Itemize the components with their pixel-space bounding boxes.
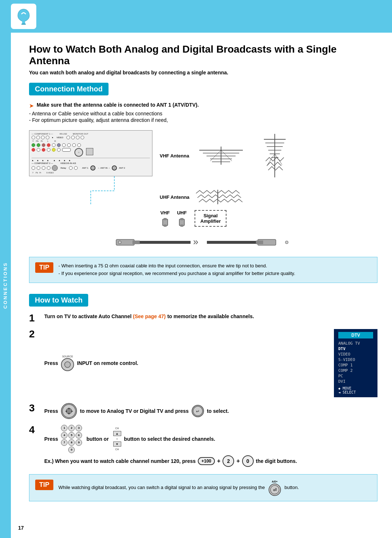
step-4-inline: Press 1 2 3 4 5 6 7 8 9 0 [44, 425, 377, 453]
step-2-desc: Press SOURCE INPUT on remote control. [44, 329, 377, 397]
svg-point-36 [118, 241, 121, 244]
step-2: 2 Press SOURCE INPUT on remote control. [29, 329, 377, 397]
step-3-inline: Press ▲ ▼ ◄ ► to move to Analog TV or Di… [44, 403, 377, 419]
tip2-box: TIP While watching digital broadcast, yo… [29, 474, 377, 501]
vhf-connector-icon [160, 217, 171, 228]
svg-point-37 [285, 241, 288, 244]
step-4-button-or: button or [86, 436, 109, 442]
main-content: How to Watch Both Analog and Digital Bro… [11, 33, 392, 523]
page-title: How to Watch Both Analog and Digital Bro… [29, 44, 377, 67]
num-2-button: 2 [222, 455, 234, 467]
svg-rect-35 [256, 241, 263, 244]
key-6: 6 [75, 432, 82, 439]
svg-line-11 [221, 150, 232, 161]
dtv-menu-comp1: COMP 1 [338, 362, 373, 368]
step-3-press: Press [44, 408, 58, 414]
svg-rect-27 [180, 218, 183, 220]
dtv-menu-pc: PC [338, 373, 373, 379]
step-1-text1: Turn on TV to activate Auto Channel [44, 313, 133, 319]
vhf-antenna-svg [192, 147, 250, 165]
svg-text:►: ► [71, 410, 74, 413]
nav-button-icon: ▲ ▼ ◄ ► [61, 403, 77, 419]
coax-diagram: » [29, 235, 377, 250]
plus-sign-2: + [236, 458, 240, 464]
page-number: 17 [18, 525, 24, 531]
page-subtitle: You can watch both analog and digital br… [29, 70, 377, 75]
plus-sign-1: + [217, 458, 220, 464]
svg-text:▲: ▲ [68, 407, 70, 410]
uhf-antenna-label: UHF Antenna [160, 194, 189, 200]
bullet-sub-1: - Antenna or Cable service without a cab… [29, 111, 377, 116]
dtv-menu-comp2: COMP 2 [338, 368, 373, 373]
how-to-watch-section: How to Watch 1 Turn on TV to activate Au… [29, 294, 377, 467]
uhf-connector-icon [176, 217, 187, 228]
numpad-icon: 1 2 3 4 5 6 7 8 9 0 [61, 425, 82, 453]
step-1-link: (See page 47) [133, 313, 166, 319]
step-3-select: to select. [207, 408, 229, 414]
step-3: 3 Press ▲ ▼ ◄ ► to [29, 403, 377, 419]
svg-text:▼: ▼ [68, 412, 70, 415]
bottom-tip-row: While watching digital broadcast, you ca… [58, 480, 299, 496]
dtv-menu-svideo: 5-VIDEO [338, 357, 373, 362]
source-button-icon [61, 358, 74, 371]
tip2-label: TIP [35, 480, 53, 490]
tv-panel: — COMPONENT 1 — RS-232 MONITOR OUT ● VID… [29, 130, 152, 176]
arrow-icon: ➤ [29, 102, 34, 109]
how-to-watch-label: How to Watch [35, 296, 82, 304]
connection-method-header: Connection Method [29, 83, 109, 95]
svg-text:◄: ◄ [65, 410, 68, 413]
ad-plus-button-icon: ⏎ [269, 484, 281, 496]
step-2-inline: Press SOURCE INPUT on remote control. [44, 329, 377, 397]
sidebar: CONNECTIONS [0, 33, 11, 538]
tip1-label: TIP [35, 262, 53, 273]
svg-line-12 [210, 150, 221, 161]
step-4-desc: Press 1 2 3 4 5 6 7 8 9 0 [44, 425, 377, 467]
step-4-num: 4 [29, 425, 40, 435]
ch-button-icon: CH ▲ • ▼ CH [113, 427, 121, 451]
sidebar-label: CONNECTIONS [3, 262, 8, 309]
source-label: SOURCE [62, 355, 73, 358]
ch-up-key: ▲ [113, 431, 121, 436]
dtv-menu-dvi: DVI [338, 379, 373, 384]
svg-text:»: » [193, 236, 198, 247]
step-1-desc: Turn on TV to activate Auto Channel (See… [44, 313, 377, 320]
key-3: 3 [75, 425, 82, 431]
connection-method-label: Connection Method [35, 85, 103, 93]
tip1-text: - When inserting a 75 Ω ohm coaxial cabl… [58, 262, 295, 278]
signal-amplifier-label2: Amplifier [200, 218, 221, 224]
key-1: 1 [61, 425, 68, 431]
uhf-short-label: UHF [177, 210, 187, 215]
num-0-button: 0 [242, 455, 254, 467]
step-3-num: 3 [29, 403, 40, 413]
dtv-menu: DTV ANALOG TV DTV VIDEO 5-VIDEO COMP 1 C… [334, 329, 377, 397]
diagram-area: — COMPONENT 1 — RS-232 MONITOR OUT ● VID… [29, 130, 377, 228]
ch-down-key: ▼ [113, 442, 121, 447]
svg-text:⏎: ⏎ [273, 488, 277, 493]
bullet-section: ➤ Make sure that the antenna cable is co… [29, 102, 377, 123]
dtv-menu-dtv: DTV [338, 346, 373, 352]
bullet-main-text: Make sure that the antenna cable is conn… [37, 102, 199, 108]
step-4-press: Press [44, 436, 58, 442]
key-4: 4 [61, 432, 68, 439]
bullet-main: ➤ Make sure that the antenna cable is co… [29, 102, 377, 109]
key-2: 2 [68, 425, 75, 431]
logo [11, 4, 36, 29]
key-0: 0 [68, 447, 75, 453]
vhf-short-label: VHF [160, 210, 170, 215]
step-4: 4 Press 1 2 3 4 5 6 7 8 9 [29, 425, 377, 467]
bullet-sub-2: - For optimum picture quality, adjust an… [29, 117, 377, 123]
dtv-menu-video: VIDEO [338, 352, 373, 357]
step-3-text: to move to Analog TV or Digital TV and p… [80, 408, 189, 414]
tip2-text: While watching digital broadcast, you ca… [58, 480, 299, 496]
key-9: 9 [75, 439, 82, 446]
svg-rect-24 [164, 218, 167, 220]
svg-point-38 [65, 362, 70, 367]
signal-amplifier-label: Signal [200, 213, 221, 218]
enter-button-icon: ↵ [192, 405, 204, 417]
step-2-num: 2 [29, 329, 40, 339]
signal-amplifier-box: Signal Amplifier [195, 210, 226, 227]
vhf-antenna-label: VHF Antenna [160, 153, 189, 159]
plus100-button: +100 [198, 457, 215, 465]
top-bar [0, 0, 392, 33]
tall-antenna-svg [260, 134, 289, 177]
